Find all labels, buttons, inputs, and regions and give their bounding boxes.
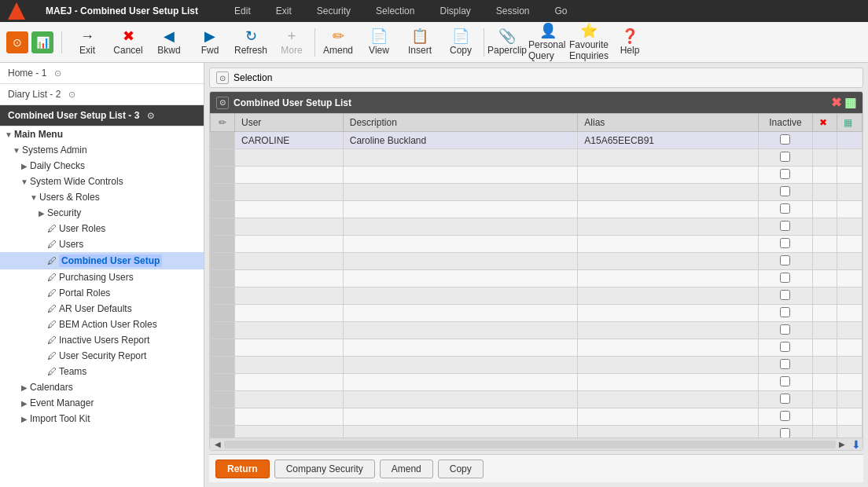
tree-item-users-roles[interactable]: ▼ Users & Roles — [0, 189, 204, 205]
copy-btn[interactable]: Copy — [438, 460, 484, 478]
tree-item-teams[interactable]: 🖊 Teams — [0, 364, 204, 379]
row-inactive[interactable] — [758, 357, 812, 374]
qa-orange-button[interactable]: ⊙ — [6, 31, 28, 53]
table-row[interactable] — [211, 167, 862, 184]
table-row[interactable] — [211, 408, 862, 426]
row-inactive[interactable] — [758, 322, 812, 339]
exit-button[interactable]: → Exit — [67, 24, 108, 60]
table-row[interactable] — [211, 149, 862, 167]
help-button[interactable]: ❓ Help — [609, 24, 650, 60]
table-row[interactable] — [211, 201, 862, 218]
row-inactive[interactable] — [758, 374, 812, 391]
tree-item-main-menu[interactable]: ▼ Main Menu — [0, 126, 204, 142]
refresh-button[interactable]: ↻ Refresh — [230, 24, 271, 60]
row-inactive[interactable] — [758, 184, 812, 201]
forward-button[interactable]: ▶ Fwd — [189, 24, 230, 60]
inactive-checkbox[interactable] — [780, 411, 790, 421]
row-inactive[interactable] — [758, 132, 812, 149]
qa-green-button[interactable]: 📊 — [31, 31, 53, 53]
tree-item-purchasing-users[interactable]: 🖊 Purchasing Users — [0, 269, 204, 285]
insert-button[interactable]: 📋 Insert — [399, 24, 440, 60]
nav-exit[interactable]: Exit — [271, 5, 296, 16]
inactive-checkbox[interactable] — [780, 324, 790, 335]
diary-list-tab[interactable]: Diary List - 2 ⊙ — [0, 84, 204, 105]
tree-item-user-roles[interactable]: 🖊 User Roles — [0, 221, 204, 236]
copy-button[interactable]: 📄 Copy — [440, 24, 481, 60]
table-row[interactable] — [211, 253, 862, 270]
inactive-checkbox[interactable] — [780, 394, 790, 404]
tree-item-portal-roles[interactable]: 🖊 Portal Roles — [0, 285, 204, 301]
tree-item-security[interactable]: ▶ Security — [0, 205, 204, 221]
row-inactive[interactable] — [758, 149, 812, 167]
tree-item-daily-checks[interactable]: ▶ Daily Checks — [0, 158, 204, 174]
row-inactive[interactable] — [758, 391, 812, 408]
row-inactive[interactable] — [758, 426, 812, 438]
inactive-checkbox[interactable] — [780, 152, 790, 162]
tree-item-system-wide-controls[interactable]: ▼ System Wide Controls — [0, 174, 204, 189]
inactive-checkbox[interactable] — [780, 342, 790, 352]
tree-item-calendars[interactable]: ▶ Calendars — [0, 379, 204, 395]
table-row[interactable] — [211, 305, 862, 322]
inactive-checkbox[interactable] — [780, 255, 790, 265]
tree-item-systems-admin[interactable]: ▼ Systems Admin — [0, 142, 204, 158]
row-inactive[interactable] — [758, 253, 812, 270]
inactive-checkbox[interactable] — [780, 203, 790, 214]
amend-btn[interactable]: Amend — [380, 460, 433, 478]
combined-user-setup-tab[interactable]: Combined User Setup List - 3 ⊙ — [0, 105, 204, 126]
home-tab[interactable]: Home - 1 ⊙ — [0, 63, 204, 84]
tree-item-inactive-users-report[interactable]: 🖊 Inactive Users Report — [0, 332, 204, 348]
scroll-left-arrow[interactable]: ◀ — [211, 439, 224, 450]
inactive-checkbox[interactable] — [780, 290, 790, 300]
company-security-button[interactable]: Company Security — [274, 460, 375, 478]
row-inactive[interactable] — [758, 270, 812, 287]
nav-display[interactable]: Display — [435, 5, 475, 16]
personal-query-button[interactable]: 👤 Personal Query — [528, 24, 568, 60]
inactive-checkbox[interactable] — [780, 359, 790, 369]
favourite-enquiries-button[interactable]: ⭐ Favourite Enquiries — [568, 24, 609, 60]
inactive-checkbox[interactable] — [780, 169, 790, 179]
tree-item-ar-user-defaults[interactable]: 🖊 AR User Defaults — [0, 301, 204, 317]
inactive-checkbox[interactable] — [780, 238, 790, 248]
amend-button[interactable]: ✏ Amend — [318, 24, 359, 60]
table-row[interactable] — [211, 270, 862, 287]
grid-filter-icon[interactable]: ▦ — [844, 95, 856, 110]
table-row[interactable]: CAROLINECaroline BucklandA15A65EECB91 — [211, 132, 862, 149]
table-row[interactable] — [211, 322, 862, 339]
grid-delete-icon[interactable]: ✖ — [831, 95, 841, 110]
tree-item-event-manager[interactable]: ▶ Event Manager — [0, 395, 204, 411]
row-inactive[interactable] — [758, 305, 812, 322]
table-row[interactable] — [211, 357, 862, 374]
inactive-checkbox[interactable] — [780, 428, 790, 438]
table-row[interactable] — [211, 184, 862, 201]
nav-edit[interactable]: Edit — [230, 5, 256, 16]
inactive-checkbox[interactable] — [780, 307, 790, 317]
grid-collapse-icon[interactable]: ⊙ — [216, 97, 229, 109]
backward-button[interactable]: ◀ Bkwd — [149, 24, 189, 60]
table-row[interactable] — [211, 287, 862, 305]
inactive-checkbox[interactable] — [780, 186, 790, 196]
h-scroll-track[interactable] — [224, 441, 836, 449]
table-row[interactable] — [211, 391, 862, 408]
row-inactive[interactable] — [758, 339, 812, 357]
row-inactive[interactable] — [758, 218, 812, 236]
nav-selection[interactable]: Selection — [371, 5, 419, 16]
table-row[interactable] — [211, 339, 862, 357]
tree-item-bem-action-user-roles[interactable]: 🖊 BEM Action User Roles — [0, 317, 204, 332]
download-icon[interactable]: ⬇ — [851, 438, 861, 451]
tree-item-users[interactable]: 🖊 Users — [0, 236, 204, 252]
inactive-checkbox[interactable] — [780, 376, 790, 386]
scroll-right-arrow[interactable]: ▶ — [836, 439, 848, 450]
row-inactive[interactable] — [758, 167, 812, 184]
view-button[interactable]: 📄 View — [359, 24, 399, 60]
table-row[interactable] — [211, 426, 862, 438]
inactive-checkbox[interactable] — [780, 273, 790, 283]
tree-item-combined-user-setup[interactable]: 🖊 Combined User Setup — [0, 252, 204, 269]
row-inactive[interactable] — [758, 201, 812, 218]
cancel-button[interactable]: ✖ Cancel — [108, 24, 149, 60]
nav-go[interactable]: Go — [550, 5, 572, 16]
inactive-checkbox[interactable] — [780, 134, 790, 145]
nav-session[interactable]: Session — [491, 5, 535, 16]
tree-item-import-tool-kit[interactable]: ▶ Import Tool Kit — [0, 411, 204, 427]
tree-item-user-security-report[interactable]: 🖊 User Security Report — [0, 348, 204, 364]
nav-security[interactable]: Security — [312, 5, 355, 16]
